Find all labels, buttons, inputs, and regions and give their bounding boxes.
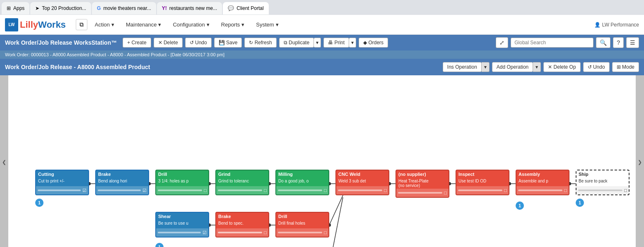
op-brake2[interactable]: Brake Bend to spec. □ xyxy=(215,212,269,237)
top20-icon: ➤ xyxy=(35,5,39,11)
op-assembly[interactable]: Assembly Assemble and p □ xyxy=(516,170,569,195)
orders-button[interactable]: ◆ Orders xyxy=(359,38,388,48)
tab-client[interactable]: 💬 Client Portal xyxy=(223,2,268,14)
tab-apps[interactable]: ⊞ Apps xyxy=(2,2,29,14)
badge-2[interactable]: 1 xyxy=(155,243,164,247)
delete-button[interactable]: ✕ Delete xyxy=(154,38,183,48)
op-cncweld[interactable]: CNC Weld Weld 3 sub det □ xyxy=(335,170,389,195)
op-inspect-desc: Use test ID OD xyxy=(456,178,509,186)
op-shear-check: ☑ xyxy=(203,230,207,235)
op-ship[interactable]: Ship Be sure to pack □ xyxy=(576,170,630,195)
menu-button[interactable]: ☰ xyxy=(626,37,639,48)
badge-5[interactable]: 1 xyxy=(516,201,524,210)
nav-reports[interactable]: Reports ▾ xyxy=(217,19,249,30)
canvas-area: ❮ xyxy=(0,75,644,247)
op-nosupplier[interactable]: (no supplier) Heat Treat-Plate(no servic… xyxy=(396,170,449,198)
toolbar-title: Work Order/Job Release WorksStation™ xyxy=(5,39,117,46)
op-nosupplier-check: □ xyxy=(444,190,447,195)
op-cutting1[interactable]: Cutting Cut to print +/- ☑ xyxy=(35,170,89,195)
tab-yahoo[interactable]: Y! restaurants new me... xyxy=(157,2,222,14)
print-group: 🖶 Print ▾ xyxy=(323,38,356,48)
nav-copy-btn[interactable]: ⧉ xyxy=(76,19,87,30)
op-drill1-desc: 3 1/4: holes as p xyxy=(156,178,208,186)
op-shear-title: Shear xyxy=(156,213,208,220)
op-inspect-check: □ xyxy=(504,188,507,193)
op-drill1-title: Drill xyxy=(156,170,208,178)
help-button[interactable]: ? xyxy=(613,37,624,48)
op-drill1[interactable]: Drill 3 1/4: holes as p □ xyxy=(155,170,209,195)
ins-operation-button[interactable]: Ins Operation xyxy=(443,62,482,72)
client-icon: 💬 xyxy=(228,5,234,11)
add-operation-dropdown[interactable]: ▾ xyxy=(533,62,541,72)
expand-button[interactable]: ⤢ xyxy=(496,37,508,48)
undo-button[interactable]: ↺ Undo xyxy=(185,38,212,48)
add-operation-group: Add Operation ▾ xyxy=(492,62,541,72)
op-cncweld-title: CNC Weld xyxy=(336,170,388,178)
right-scroll-button[interactable]: ❯ xyxy=(636,75,644,247)
wo-undo-button[interactable]: ↺ Undo xyxy=(583,62,610,72)
logo: LW LillyWorks xyxy=(5,18,66,31)
mode-button[interactable]: ⊞ Mode xyxy=(612,62,639,72)
op-inspect[interactable]: Inspect Use test ID OD □ xyxy=(456,170,509,195)
op-cutting1-check: ☑ xyxy=(82,188,87,193)
left-scroll-button[interactable]: ❮ xyxy=(0,75,8,247)
yahoo-icon: Y! xyxy=(162,5,167,11)
badge-1[interactable]: 1 xyxy=(35,199,43,207)
duplicate-button[interactable]: ⧉ Duplicate xyxy=(279,38,314,48)
google-icon: G xyxy=(97,5,101,11)
navbar: LW LillyWorks ⧉ Action ▾ Maintenance ▾ C… xyxy=(0,15,644,35)
op-grind[interactable]: Grind Grind to toleranc □ xyxy=(215,170,269,195)
logo-icon: LW xyxy=(5,18,18,31)
op-drill2-check: □ xyxy=(324,230,327,235)
search-button[interactable]: 🔍 xyxy=(596,37,610,48)
create-button[interactable]: + Create xyxy=(123,38,151,48)
op-milling-check: □ xyxy=(324,188,327,193)
op-cutting1-desc: Cut to print +/- xyxy=(36,178,88,186)
wo-title: Work Order/Job Release - A8000 Assembled… xyxy=(5,64,150,70)
delete-op-button[interactable]: ✕ Delete Op xyxy=(543,62,580,72)
op-milling[interactable]: Milling Do a good job, o □ xyxy=(275,170,329,195)
op-assembly-desc: Assemble and p xyxy=(516,178,569,186)
op-nosupplier-title: (no supplier) xyxy=(396,170,449,178)
op-shear[interactable]: Shear Be sure to use u ☑ xyxy=(155,212,209,237)
op-brake2-desc: Bend to spec. xyxy=(216,220,268,228)
op-drill2[interactable]: Drill Drill final holes □ xyxy=(275,212,329,237)
op-brake2-check: □ xyxy=(264,230,267,235)
op-drill2-title: Drill xyxy=(276,213,328,220)
refresh-button[interactable]: ↻ Refresh xyxy=(244,38,276,48)
print-button[interactable]: 🖶 Print xyxy=(323,38,349,48)
op-brake1-title: Brake xyxy=(96,170,148,178)
nav-configuration[interactable]: Configuration ▾ xyxy=(169,19,213,30)
nav-system[interactable]: System ▾ xyxy=(252,19,282,30)
breadcrumb: Work Order: 0000013 - A8000 Assembled Pr… xyxy=(0,50,644,59)
svg-line-26 xyxy=(329,195,343,225)
op-inspect-title: Inspect xyxy=(456,170,509,178)
apps-icon: ⊞ xyxy=(7,5,11,11)
op-ship-check: □ xyxy=(624,188,627,193)
tab-top20[interactable]: ➤ Top 20 Production... xyxy=(30,2,91,14)
browser-tabs: ⊞ Apps ➤ Top 20 Production... G movie th… xyxy=(0,0,644,15)
print-dropdown[interactable]: ▾ xyxy=(349,38,356,48)
op-brake1[interactable]: Brake Bend along hori ☑ xyxy=(95,170,149,195)
add-operation-button[interactable]: Add Operation xyxy=(492,62,533,72)
op-cncweld-check: □ xyxy=(384,188,387,193)
search-input[interactable] xyxy=(511,38,593,48)
ins-operation-dropdown[interactable]: ▾ xyxy=(482,62,490,72)
op-ship-desc: Be sure to pack xyxy=(576,178,629,186)
nav-maintenance[interactable]: Maintenance ▾ xyxy=(122,19,165,30)
op-cutting1-title: Cutting xyxy=(36,170,88,178)
save-button[interactable]: 💾 Save xyxy=(214,38,242,48)
op-brake1-desc: Bend along hori xyxy=(96,178,148,186)
nav-action[interactable]: Action ▾ xyxy=(91,19,118,30)
canvas-inner: Cutting Cut to print +/- ☑ Brake Bend al… xyxy=(8,75,636,247)
op-ship-title: Ship xyxy=(576,170,629,178)
op-grind-desc: Grind to toleranc xyxy=(216,178,268,186)
wo-header: Work Order/Job Release - A8000 Assembled… xyxy=(0,59,644,75)
op-drill1-check: □ xyxy=(204,188,207,193)
op-nosupplier-desc: Heat Treat-Plate(no service) xyxy=(396,178,449,189)
tab-google[interactable]: G movie theaters near... xyxy=(92,2,156,14)
badge-4[interactable]: 1 xyxy=(576,199,584,207)
logo-text: LillyWorks xyxy=(20,19,66,30)
op-brake1-check: ☑ xyxy=(142,188,147,193)
duplicate-dropdown[interactable]: ▾ xyxy=(314,38,321,48)
